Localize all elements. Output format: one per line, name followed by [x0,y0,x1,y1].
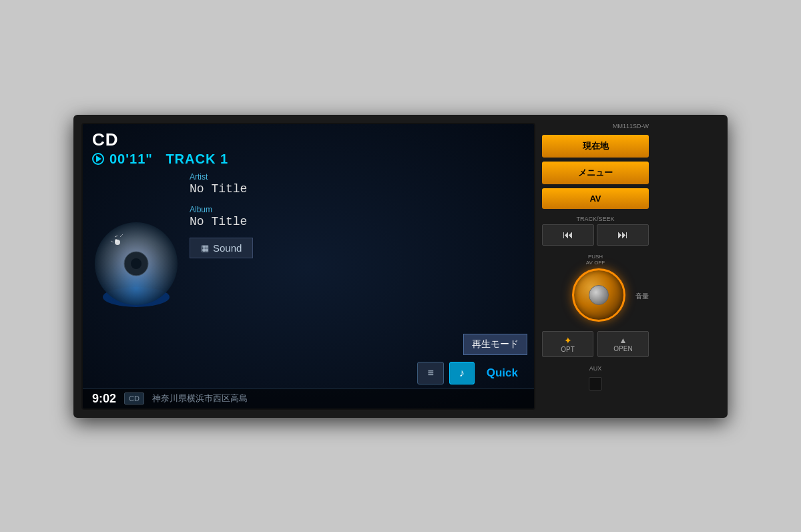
push-av-off-label2: AV OFF [586,260,605,266]
aux-label: AUX [542,365,649,372]
album-value: No Title [190,215,463,228]
track-info-row: 00'11" TRACK 1 [92,152,525,167]
seek-prev-button[interactable]: ⏮ [542,224,594,246]
screen-area: CD 00'11" TRACK 1 [81,123,535,410]
volume-label: 音量 [635,292,649,301]
playmode-button[interactable]: 再生モード [463,334,527,355]
status-location: 神奈川県横浜市西区高島 [152,392,248,405]
play-icon [92,153,104,165]
quick-button[interactable]: Quick [480,364,525,382]
artist-label: Artist [190,172,463,182]
bottom-controls: ≡ ♪ Quick [83,358,534,388]
top-bar: CD 00'11" TRACK 1 [83,124,534,170]
main-content: Artist No Title Album No Title ▦ Sound [83,170,534,358]
status-time: 9:02 [92,392,116,406]
svg-point-6 [115,239,117,242]
info-details: Artist No Title Album No Title ▦ Sound [190,172,463,355]
music-view-button[interactable]: ♪ [449,362,475,384]
sound-button[interactable]: ▦ Sound [190,238,253,258]
opt-icon: ✦ [545,335,590,346]
list-view-button[interactable]: ≡ [417,362,443,384]
mode-label: CD [92,129,525,150]
right-panel: MM111SD-W 現在地 メニュー AV TRACK/SEEK ⏮ ⏭ PUS… [542,123,649,410]
open-button[interactable]: ▲ OPEN [597,331,649,357]
volume-section: PUSH AV OFF 音量 [542,254,649,322]
device-container: CD 00'11" TRACK 1 [33,33,768,500]
model-label: MM111SD-W [542,123,649,129]
sound-icon: ▦ [201,243,209,253]
screen-content: CD 00'11" TRACK 1 [83,124,534,409]
opt-button[interactable]: ✦ OPT [542,331,593,357]
knob-center [589,285,609,305]
info-and-playmode: Artist No Title Album No Title ▦ Sound [190,172,527,355]
cd-disc [89,217,183,310]
music-icon: ♪ [459,367,465,379]
seek-buttons: ⏮ ⏭ [542,224,649,246]
push-av-off-label: PUSH [588,254,603,260]
av-button[interactable]: AV [542,188,649,209]
artist-value: No Title [190,182,463,196]
svg-point-4 [131,258,142,269]
status-source-badge: CD [124,392,144,405]
unit-body: CD 00'11" TRACK 1 [73,115,728,418]
aux-port[interactable] [589,377,602,390]
seek-next-button[interactable]: ⏭ [597,224,649,246]
track-seek-label: TRACK/SEEK [542,216,649,222]
cd-art-area [89,172,183,355]
menu-button[interactable]: メニュー [542,162,649,184]
track-seek-section: TRACK/SEEK ⏮ ⏭ [542,216,649,246]
play-triangle-icon [96,156,101,162]
eject-icon: ▲ [601,336,645,345]
status-bar: 9:02 CD 神奈川県横浜市西区高島 [83,388,534,409]
current-location-button[interactable]: 現在地 [542,135,649,158]
list-icon: ≡ [427,367,433,379]
track-time: 00'11" TRACK 1 [109,152,228,167]
opt-open-buttons: ✦ OPT ▲ OPEN [542,331,649,357]
album-label: Album [190,205,463,214]
volume-knob[interactable] [572,268,625,322]
